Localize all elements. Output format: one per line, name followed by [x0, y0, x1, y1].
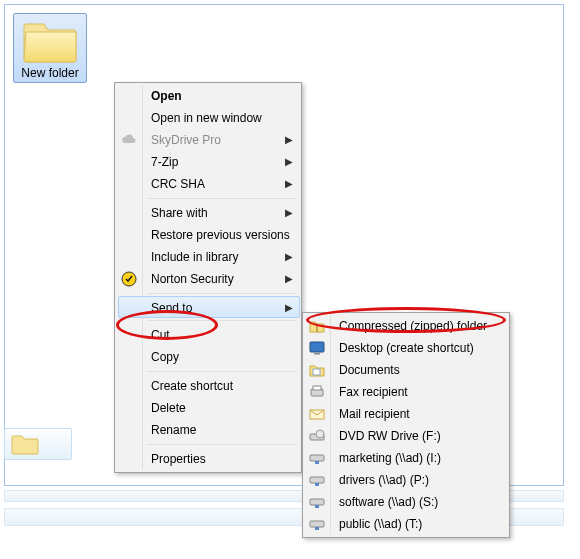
folder-icon [22, 18, 78, 64]
folder-label: New folder [16, 66, 84, 80]
menu-share-with[interactable]: Share with▶ [145, 202, 299, 224]
svg-rect-17 [315, 527, 319, 530]
folder-item-new-folder[interactable]: New folder [13, 13, 87, 83]
svg-rect-2 [310, 342, 324, 352]
menu-open-new-window[interactable]: Open in new window [145, 107, 299, 129]
desktop-icon [309, 340, 325, 356]
svg-rect-11 [315, 461, 319, 464]
network-drive-icon [309, 494, 325, 510]
menu-cut[interactable]: Cut [145, 324, 299, 346]
menu-create-shortcut[interactable]: Create shortcut [145, 375, 299, 397]
chevron-right-icon: ▶ [285, 246, 293, 268]
chevron-right-icon: ▶ [285, 151, 293, 173]
chevron-right-icon: ▶ [285, 129, 293, 151]
sendto-desktop-shortcut[interactable]: Desktop (create shortcut) [333, 337, 507, 359]
menu-copy[interactable]: Copy [145, 346, 299, 368]
menu-rename[interactable]: Rename [145, 419, 299, 441]
context-menu: Open Open in new window SkyDrive Pro▶ 7-… [114, 82, 302, 473]
network-drive-icon [309, 472, 325, 488]
sendto-documents[interactable]: Documents [333, 359, 507, 381]
chevron-right-icon: ▶ [285, 173, 293, 195]
svg-rect-16 [310, 521, 324, 527]
svg-rect-1 [316, 324, 318, 332]
sendto-net-drivers[interactable]: drivers (\\ad) (P:) [333, 469, 507, 491]
norton-icon [121, 271, 137, 287]
svg-point-9 [316, 430, 324, 438]
svg-rect-4 [313, 369, 320, 375]
menu-crc-sha[interactable]: CRC SHA▶ [145, 173, 299, 195]
sendto-net-software[interactable]: software (\\ad) (S:) [333, 491, 507, 513]
sendto-mail[interactable]: Mail recipient [333, 403, 507, 425]
menu-norton-security[interactable]: Norton Security▶ [145, 268, 299, 290]
send-to-submenu: Compressed (zipped) folder Desktop (crea… [302, 312, 510, 538]
svg-rect-12 [310, 477, 324, 483]
svg-rect-15 [315, 505, 319, 508]
menu-7zip[interactable]: 7-Zip▶ [145, 151, 299, 173]
network-drive-icon [309, 516, 325, 532]
menu-skydrive-pro[interactable]: SkyDrive Pro▶ [145, 129, 299, 151]
thumbnail-strip [4, 428, 72, 460]
folder-icon [11, 433, 39, 455]
zip-folder-icon [309, 318, 325, 334]
sendto-fax[interactable]: Fax recipient [333, 381, 507, 403]
sendto-net-public[interactable]: public (\\ad) (T:) [333, 513, 507, 535]
network-drive-icon [309, 450, 325, 466]
chevron-right-icon: ▶ [285, 268, 293, 290]
svg-rect-10 [310, 455, 324, 461]
cloud-icon [121, 132, 137, 148]
menu-open[interactable]: Open [145, 85, 299, 107]
fax-icon [309, 384, 325, 400]
chevron-right-icon: ▶ [285, 202, 293, 224]
sendto-net-marketing[interactable]: marketing (\\ad) (I:) [333, 447, 507, 469]
menu-include-in-library[interactable]: Include in library▶ [145, 246, 299, 268]
disc-drive-icon [309, 428, 325, 444]
svg-rect-3 [314, 353, 320, 355]
svg-rect-13 [315, 483, 319, 486]
menu-send-to[interactable]: Send to▶ [118, 296, 300, 318]
sendto-compressed[interactable]: Compressed (zipped) folder [333, 315, 507, 337]
menu-delete[interactable]: Delete [145, 397, 299, 419]
documents-icon [309, 362, 325, 378]
menu-properties[interactable]: Properties [145, 448, 299, 470]
menu-restore-previous[interactable]: Restore previous versions [145, 224, 299, 246]
chevron-right-icon: ▶ [285, 297, 293, 319]
svg-rect-6 [313, 386, 321, 390]
sendto-dvd-drive[interactable]: DVD RW Drive (F:) [333, 425, 507, 447]
mail-icon [309, 406, 325, 422]
svg-rect-14 [310, 499, 324, 505]
